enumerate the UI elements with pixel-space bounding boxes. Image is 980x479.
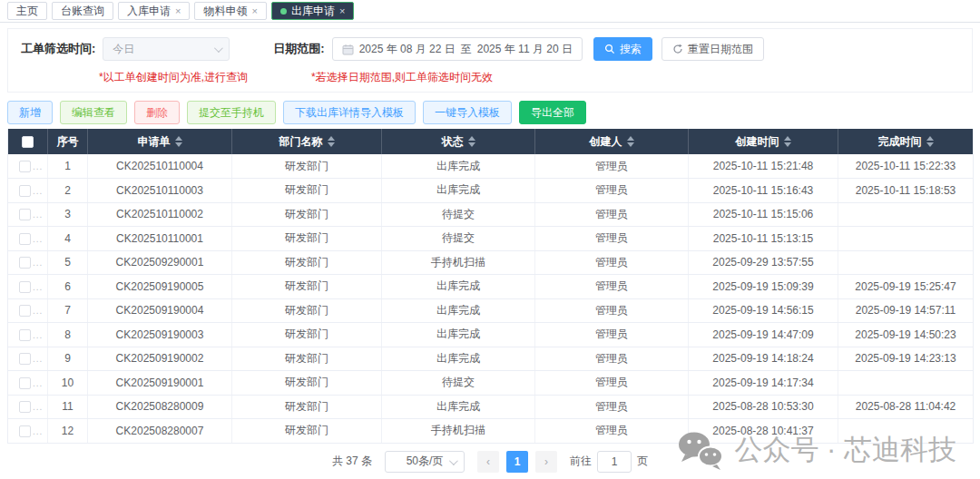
table-row[interactable]: ...7CK202509190004研发部门出库完成管理员2025-09-19 … [8, 298, 974, 323]
add-button[interactable]: 新增 [7, 101, 53, 124]
cell-completed_at: 2025-10-11 15:22:33 [838, 154, 974, 179]
sort-desc-icon[interactable] [784, 142, 791, 147]
page-number-1[interactable]: 1 [506, 451, 528, 473]
row-checkbox[interactable] [19, 209, 31, 220]
sort-asc-icon[interactable] [328, 136, 335, 141]
table-row[interactable]: ...1CK202510110004研发部门出库完成管理员2025-10-11 … [8, 154, 974, 179]
cell-status: 出库完成 [382, 179, 535, 203]
sort-carets-icon[interactable] [175, 136, 182, 147]
table-row[interactable]: ...8CK202509190003研发部门出库完成管理员2025-09-19 … [8, 323, 974, 347]
row-overflow-dots: ... [33, 234, 43, 244]
export-all-button[interactable]: 导出全部 [519, 101, 586, 124]
table-row[interactable]: ...4CK202510110001研发部门待提交管理员2025-10-11 1… [8, 227, 974, 251]
prev-page-button[interactable]: ‹ [477, 451, 499, 473]
cell-completed_at [838, 419, 974, 444]
row-checkbox-cell: ... [8, 250, 48, 275]
next-page-button[interactable]: › [535, 451, 557, 473]
cell-index: 2 [48, 179, 88, 203]
column-header-7[interactable]: 完成时间 [838, 129, 974, 154]
goto-page-input[interactable] [597, 451, 632, 473]
table-row[interactable]: ...12CK202508280007研发部门手持机扫描管理员2025-08-2… [8, 419, 974, 444]
column-label: 创建时间 [736, 135, 779, 148]
edit-view-button[interactable]: 编辑查看 [60, 101, 127, 124]
download-outbound-template-button[interactable]: 下载出库详情导入模板 [283, 101, 416, 124]
row-checkbox[interactable] [19, 281, 31, 293]
sort-desc-icon[interactable] [328, 142, 335, 147]
date-separator: 至 [461, 42, 472, 57]
date-end-value[interactable]: 2025 年 11 月 20 日 [477, 42, 573, 57]
cell-department: 研发部门 [232, 179, 382, 203]
table-row[interactable]: ...10CK202509190001研发部门待提交管理员2025-09-19 … [8, 371, 974, 396]
table-row[interactable]: ...3CK202510110002研发部门待提交管理员2025-10-11 1… [8, 202, 974, 227]
column-label: 创建人 [590, 135, 622, 148]
tab-1[interactable]: 主页 [7, 2, 47, 20]
cell-completed_at: 2025-09-19 14:57:11 [838, 298, 974, 323]
row-checkbox[interactable] [19, 161, 31, 172]
header-checkbox-cell [8, 129, 48, 154]
delete-button[interactable]: 删除 [134, 101, 180, 124]
table-row[interactable]: ...5CK202509290001研发部门手持机扫描管理员2025-09-29… [8, 250, 974, 275]
select-all-checkbox[interactable] [22, 136, 34, 148]
sort-carets-icon[interactable] [468, 136, 475, 147]
one-click-import-template-button[interactable]: 一键导入模板 [423, 101, 512, 124]
cell-completed_at: 2025-08-28 11:04:42 [838, 395, 974, 419]
row-checkbox[interactable] [19, 329, 31, 341]
close-tab-icon[interactable]: × [339, 6, 345, 16]
sort-asc-icon[interactable] [175, 136, 182, 141]
sort-asc-icon[interactable] [926, 136, 934, 141]
cell-creator: 管理员 [535, 347, 689, 371]
sort-desc-icon[interactable] [468, 142, 475, 147]
sort-desc-icon[interactable] [926, 142, 934, 147]
sort-carets-icon[interactable] [926, 136, 934, 147]
cell-creator: 管理员 [535, 250, 689, 275]
table-row[interactable]: ...2CK202510110003研发部门出库完成管理员2025-10-11 … [8, 179, 974, 203]
close-tab-icon[interactable]: × [251, 6, 257, 16]
cell-completed_at: 2025-10-11 15:18:53 [838, 179, 974, 203]
page-size-select[interactable]: 50条/页 [385, 451, 465, 473]
tab-4[interactable]: 物料申领× [194, 2, 266, 20]
reset-date-range-button[interactable]: 重置日期范围 [662, 37, 764, 61]
row-overflow-dots: ... [33, 161, 43, 171]
row-checkbox[interactable] [19, 353, 31, 365]
row-checkbox[interactable] [19, 233, 31, 245]
row-checkbox[interactable] [19, 425, 31, 437]
sort-asc-icon[interactable] [627, 136, 634, 141]
table-row[interactable]: ...6CK202509190005研发部门出库完成管理员2025-09-19 … [8, 275, 974, 299]
column-header-2[interactable]: 申请单 [88, 129, 232, 154]
cell-order_no: CK202508280009 [88, 395, 232, 419]
sort-carets-icon[interactable] [784, 136, 791, 147]
tab-5[interactable]: 出库申请× [271, 2, 354, 20]
date-start-value[interactable]: 2025 年 08 月 22 日 [359, 42, 456, 57]
column-header-3[interactable]: 部门名称 [232, 129, 382, 154]
close-tab-icon[interactable]: × [175, 6, 181, 16]
date-range-input[interactable]: 2025 年 08 月 22 日 至 2025 年 11 月 20 日 [332, 37, 583, 61]
row-overflow-dots: ... [33, 186, 43, 196]
row-overflow-dots: ... [33, 210, 43, 220]
search-button[interactable]: 搜索 [593, 37, 652, 61]
time-filter-select[interactable]: 今日 [103, 37, 230, 61]
cell-order_no: CK202508280007 [88, 419, 232, 444]
sort-carets-icon[interactable] [627, 136, 634, 147]
table-row[interactable]: ...9CK202509190002研发部门出库完成管理员2025-09-19 … [8, 347, 974, 371]
submit-to-handheld-button[interactable]: 提交至手持机 [187, 101, 276, 124]
tab-3[interactable]: 入库申请× [118, 2, 190, 20]
row-checkbox[interactable] [19, 377, 31, 389]
row-checkbox[interactable] [19, 257, 31, 269]
table-row[interactable]: ...11CK202508280009研发部门出库完成管理员2025-08-28… [8, 395, 974, 419]
cell-completed_at [838, 250, 974, 275]
sort-asc-icon[interactable] [784, 136, 791, 141]
cell-creator: 管理员 [535, 154, 689, 179]
outbound-orders-table: 序号申请单部门名称状态创建人创建时间完成时间 ...1CK20251011000… [7, 129, 974, 444]
column-header-5[interactable]: 创建人 [535, 129, 689, 154]
row-checkbox-cell: ... [8, 154, 48, 179]
row-checkbox[interactable] [19, 401, 31, 413]
column-header-6[interactable]: 创建时间 [689, 129, 838, 154]
sort-desc-icon[interactable] [627, 142, 634, 147]
column-header-4[interactable]: 状态 [382, 129, 535, 154]
tab-2[interactable]: 台账查询 [52, 2, 113, 20]
row-checkbox[interactable] [19, 305, 31, 317]
sort-desc-icon[interactable] [175, 142, 182, 147]
row-checkbox[interactable] [19, 185, 31, 197]
sort-carets-icon[interactable] [328, 136, 335, 147]
sort-asc-icon[interactable] [468, 136, 475, 141]
